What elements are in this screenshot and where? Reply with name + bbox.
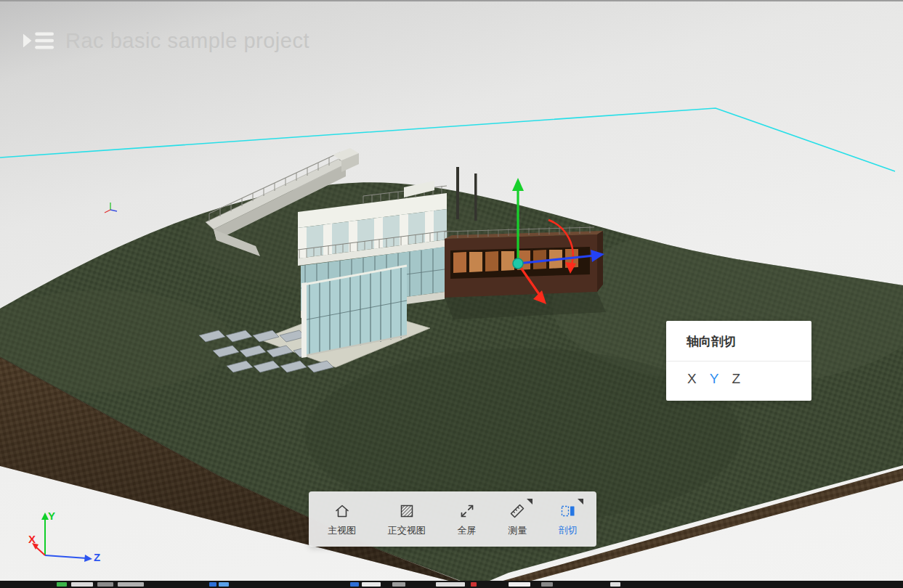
toolbar-item-measure[interactable]: 测量 xyxy=(508,502,527,537)
taskbar-fragment xyxy=(209,582,216,587)
mini-axis-marker xyxy=(105,203,117,213)
taskbar-fragment xyxy=(436,582,465,587)
expand-menu-icon[interactable] xyxy=(22,26,55,55)
project-title: Rac basic sample project xyxy=(65,29,309,53)
ortho-view-icon xyxy=(397,502,416,520)
section-icon xyxy=(559,502,578,520)
taskbar-fragment xyxy=(541,582,553,587)
taskbar-fragment xyxy=(350,582,359,587)
bim-viewer-window: X Y Z Rac basic sample project 轴向剖切 X Y … xyxy=(0,0,903,588)
taskbar-fragment xyxy=(71,582,93,587)
toolbar-item-ortho-view[interactable]: 正交视图 xyxy=(388,502,426,537)
orientation-triad: X Y Z xyxy=(28,510,100,563)
taskbar-fragment xyxy=(509,582,530,587)
window-top-edge xyxy=(0,0,903,1)
axial-section-panel: 轴向剖切 X Y Z xyxy=(666,321,811,401)
triad-z-label: Z xyxy=(94,551,100,563)
flyout-marker xyxy=(527,499,533,505)
fullscreen-icon xyxy=(458,502,477,520)
toolbar-item-label: 主视图 xyxy=(328,524,356,537)
triad-y-label: Y xyxy=(48,510,55,522)
taskbar-fragment xyxy=(392,582,405,587)
triad-x-label: X xyxy=(28,533,36,545)
flyout-marker xyxy=(578,499,583,505)
taskbar-fragment xyxy=(362,582,381,587)
viewer-toolbar: 主视图 正交视图 xyxy=(309,491,596,547)
axis-options: X Y Z xyxy=(666,362,811,387)
home-icon xyxy=(333,502,352,520)
taskbar-fragment xyxy=(118,582,144,587)
axis-option-y[interactable]: Y xyxy=(710,371,719,387)
taskbar-fragment xyxy=(219,582,229,587)
axial-section-title: 轴向剖切 xyxy=(666,321,811,350)
toolbar-item-section[interactable]: 剖切 xyxy=(559,502,578,537)
taskbar-fragment xyxy=(97,582,113,587)
taskbar-fragment xyxy=(471,582,477,587)
toolbar-item-label: 测量 xyxy=(508,524,527,537)
axis-option-x[interactable]: X xyxy=(687,371,697,387)
taskbar-fragment xyxy=(610,582,620,587)
axis-option-z[interactable]: Z xyxy=(732,371,740,387)
taskbar-sliver xyxy=(0,581,903,588)
measure-icon xyxy=(508,502,527,520)
taskbar-fragment xyxy=(57,582,67,587)
header: Rac basic sample project xyxy=(22,26,309,55)
toolbar-item-label: 剖切 xyxy=(559,524,578,537)
site-boundary-line xyxy=(0,108,895,171)
toolbar-item-label: 全屏 xyxy=(458,524,477,537)
toolbar-item-home-view[interactable]: 主视图 xyxy=(328,502,356,537)
toolbar-item-fullscreen[interactable]: 全屏 xyxy=(458,502,477,537)
toolbar-item-label: 正交视图 xyxy=(388,524,426,537)
